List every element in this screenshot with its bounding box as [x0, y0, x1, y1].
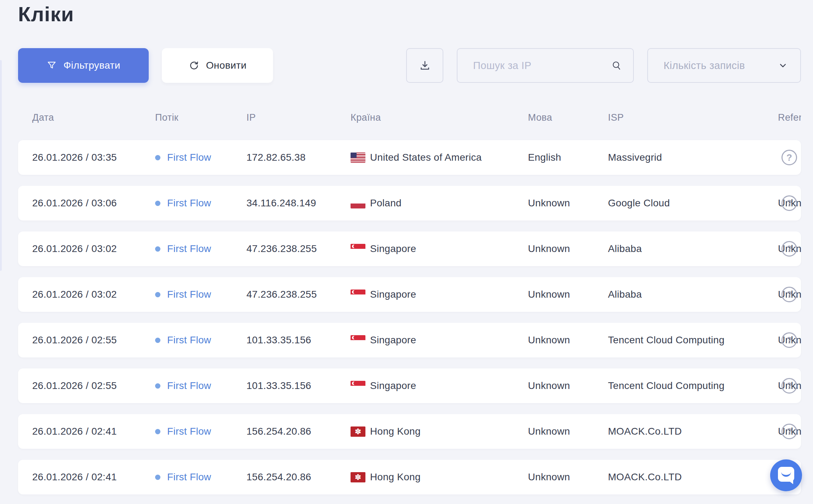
chat-bubble-icon [778, 467, 794, 482]
cell-language: English [528, 140, 561, 175]
country-name: Singapore [370, 334, 416, 346]
records-count-select[interactable]: Кількість записів [647, 48, 801, 83]
cell-ip: 101.33.35.156 [246, 323, 311, 357]
cell-language: Unknown [528, 231, 570, 266]
cell-language: Unknown [528, 368, 570, 403]
flag-pl-icon [351, 198, 365, 208]
country-name: Hong Kong [370, 471, 421, 483]
cell-isp: Tencent Cloud Computing [608, 323, 724, 357]
cell-flow: First Flow [155, 414, 211, 449]
cell-flow: First Flow [155, 460, 211, 494]
referrer-question-icon[interactable]: ? [781, 414, 797, 449]
country-name: Poland [370, 197, 402, 209]
search-box [457, 48, 634, 83]
cell-date: 26.01.2026 / 02:41 [32, 460, 117, 494]
column-header: Referrer [778, 106, 801, 129]
cell-date: 26.01.2026 / 02:55 [32, 368, 117, 403]
flow-dot-icon [155, 338, 160, 343]
flow-link[interactable]: First Flow [167, 426, 211, 437]
cell-country: Singapore [351, 323, 416, 357]
cell-country: Hong Kong [351, 414, 421, 449]
cell-language: Unknown [528, 460, 570, 494]
country-name: Singapore [370, 380, 416, 391]
flow-dot-icon [155, 429, 160, 434]
cell-ip: 34.116.248.149 [246, 186, 316, 220]
table-row: 26.01.2026 / 02:55 First Flow 101.33.35.… [18, 368, 801, 403]
cell-ip: 47.236.238.255 [246, 231, 317, 266]
table-row: 26.01.2026 / 03:35 First Flow 172.82.65.… [18, 140, 801, 175]
toolbar: Фільтрувати Оновити Кількість записів [18, 48, 801, 83]
flow-dot-icon [155, 475, 160, 480]
table-body: 26.01.2026 / 03:35 First Flow 172.82.65.… [18, 140, 801, 504]
referrer-question-icon[interactable]: ? [781, 186, 797, 220]
cell-country: Singapore [351, 277, 416, 312]
cell-ip: 156.254.20.86 [246, 414, 311, 449]
chat-widget-button[interactable] [770, 459, 802, 491]
cell-date: 26.01.2026 / 03:35 [32, 140, 117, 175]
cell-date: 26.01.2026 / 02:41 [32, 414, 117, 449]
clicks-page: { "page": { "title": "Кліки", "backgroun… [0, 0, 813, 504]
flag-sg-icon [351, 335, 365, 345]
cell-flow: First Flow [155, 186, 211, 220]
cell-country: Hong Kong [351, 460, 421, 494]
country-name: Singapore [370, 243, 416, 254]
cell-ip: 47.236.238.255 [246, 277, 317, 312]
cell-date: 26.01.2026 / 03:06 [32, 186, 117, 220]
cell-country: Poland [351, 186, 402, 220]
flag-hk-icon [351, 426, 365, 437]
country-name: Singapore [370, 289, 416, 300]
flow-link[interactable]: First Flow [167, 334, 211, 346]
flow-link[interactable]: First Flow [167, 243, 211, 254]
flag-us-icon [351, 153, 365, 163]
refresh-button-label: Оновити [206, 60, 247, 71]
cell-date: 26.01.2026 / 03:02 [32, 231, 117, 266]
cell-isp: Tencent Cloud Computing [608, 368, 724, 403]
refresh-icon [188, 60, 200, 71]
cell-date: 26.01.2026 / 03:02 [32, 277, 117, 312]
country-name: Hong Kong [370, 426, 421, 437]
cell-flow: First Flow [155, 277, 211, 312]
cell-language: Unknown [528, 414, 570, 449]
referrer-question-icon[interactable]: ? [781, 231, 797, 266]
download-icon [419, 59, 431, 72]
search-input[interactable] [473, 60, 610, 71]
cell-ip: 101.33.35.156 [246, 368, 311, 403]
cell-flow: First Flow [155, 140, 211, 175]
flow-link[interactable]: First Flow [167, 197, 211, 209]
referrer-question-icon[interactable]: ? [781, 277, 797, 312]
flag-sg-icon [351, 381, 365, 391]
cell-country: Singapore [351, 368, 416, 403]
records-count-label: Кількість записів [664, 60, 745, 71]
cell-date: 26.01.2026 / 02:55 [32, 323, 117, 357]
referrer-question-icon[interactable]: ? [781, 368, 797, 403]
column-header: Мова [528, 106, 552, 129]
table-row: 26.01.2026 / 03:02 First Flow 47.236.238… [18, 231, 801, 266]
filter-button[interactable]: Фільтрувати [18, 48, 149, 83]
referrer-question-icon[interactable]: ? [781, 323, 797, 357]
column-header: Дата [32, 106, 54, 129]
export-button[interactable] [406, 48, 443, 83]
cell-ip: 172.82.65.38 [246, 140, 306, 175]
flow-link[interactable]: First Flow [167, 289, 211, 300]
cell-flow: First Flow [155, 323, 211, 357]
cell-country: United States of America [351, 140, 482, 175]
flow-link[interactable]: First Flow [167, 471, 211, 483]
referrer-question-icon[interactable]: ? [781, 140, 797, 175]
flow-link[interactable]: First Flow [167, 152, 211, 163]
cell-isp: Google Cloud [608, 186, 670, 220]
search-icon[interactable] [610, 59, 622, 71]
flow-link[interactable]: First Flow [167, 380, 211, 391]
cell-language: Unknown [528, 277, 570, 312]
flag-sg-icon [351, 290, 365, 300]
column-header: IP [246, 106, 256, 129]
country-name: United States of America [370, 152, 482, 163]
table-header: ДатаПотікIPКраїнаМоваISPReferrer [18, 106, 801, 129]
flow-dot-icon [155, 155, 160, 160]
cell-isp: Massivegrid [608, 140, 662, 175]
column-header: Країна [351, 106, 381, 129]
filter-button-label: Фільтрувати [63, 60, 120, 71]
chevron-down-icon [778, 60, 788, 71]
cell-isp: Alibaba [608, 231, 642, 266]
refresh-button[interactable]: Оновити [162, 48, 273, 83]
cell-language: Unknown [528, 323, 570, 357]
